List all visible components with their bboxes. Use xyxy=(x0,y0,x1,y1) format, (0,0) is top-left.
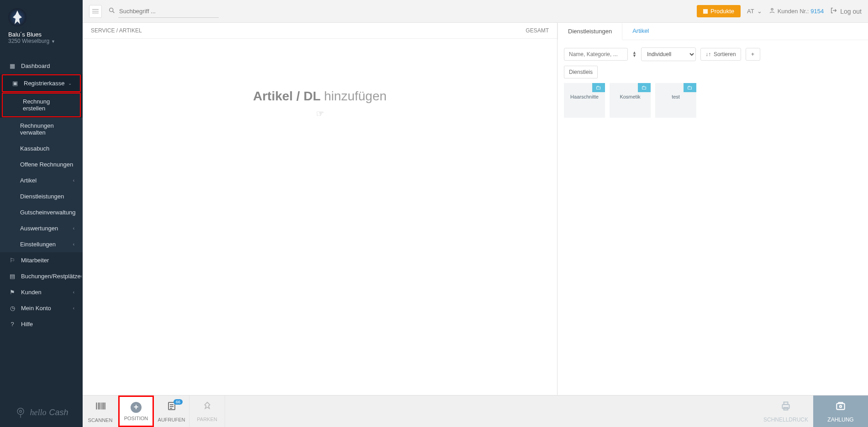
user-icon xyxy=(768,7,776,16)
nav-open-invoices[interactable]: Offene Rechnungen xyxy=(0,156,83,172)
account-icon: ◷ xyxy=(8,305,16,312)
payment-icon xyxy=(835,400,847,415)
printer-icon xyxy=(780,400,792,415)
svg-rect-16 xyxy=(784,402,788,404)
chevron-down-icon: ⌄ xyxy=(68,81,72,86)
nav-create-invoice[interactable]: Rechnung erstellen xyxy=(3,94,80,116)
catalog-add-button[interactable]: + xyxy=(746,48,760,61)
invoice-area: SERVICE / ARTIKEL GESAMT Artikel / DL hi… xyxy=(83,23,558,395)
footer-right: SCHNELLDRUCK ZAHLUNG xyxy=(758,396,868,427)
chevron-left-icon: ‹ xyxy=(73,242,74,247)
catalog-sort-button[interactable]: ↓↑ Sortieren xyxy=(700,48,741,61)
invoice-empty-state: Artikel / DL hinzufügen ☞ xyxy=(83,39,557,395)
tab-services[interactable]: Dienstleistungen xyxy=(558,23,622,40)
footer-position[interactable]: + POSITION xyxy=(118,396,154,427)
tab-items[interactable]: Artikel xyxy=(622,23,659,40)
calendar-icon: ▤ xyxy=(8,273,16,280)
col-service: SERVICE / ARTIKEL xyxy=(91,27,142,34)
caret-down-icon: ▼ xyxy=(51,39,55,44)
products-button[interactable]: Produkte xyxy=(697,5,741,17)
svg-rect-18 xyxy=(836,403,844,409)
search-icon xyxy=(108,7,116,16)
nav-help[interactable]: ?Hilfe xyxy=(0,316,83,332)
pin-icon xyxy=(14,406,27,419)
footer-scan[interactable]: SCANNEN xyxy=(83,396,118,427)
svg-point-0 xyxy=(17,408,24,415)
nav-services[interactable]: Dienstleistungen xyxy=(0,188,83,204)
catalog-sort-select[interactable]: Individuell xyxy=(641,47,696,61)
customers-icon: ⚑ xyxy=(8,289,16,296)
nav-register[interactable]: ▣Registrierkasse ⌄ xyxy=(3,75,80,91)
footer-parken[interactable]: PARKEN xyxy=(189,396,225,427)
sort-icon: ↓↑ xyxy=(705,51,711,57)
chevron-left-icon: ‹ xyxy=(81,274,82,279)
aufrufen-badge: 66 xyxy=(174,399,183,405)
nav-reports[interactable]: Auswertungen‹ xyxy=(0,220,83,236)
catalog-chip-row: Dienstleis xyxy=(558,66,868,83)
chevron-left-icon: ‹ xyxy=(73,226,74,231)
footer: SCANNEN + POSITION 66 AUFRUFEN PARKEN xyxy=(83,395,868,427)
svg-point-19 xyxy=(840,405,842,407)
main-area: SERVICE / ARTIKEL GESAMT Artikel / DL hi… xyxy=(83,23,868,395)
catalog-card-test[interactable]: 🗀 test xyxy=(655,83,696,118)
search-input[interactable] xyxy=(118,5,219,18)
catalog-card-haarschnitte[interactable]: 🗀 Haarschnitte xyxy=(564,83,605,118)
catalog-grid: 🗀 Haarschnitte 🗀 Kosmetik 🗀 test xyxy=(558,83,868,118)
nav-staff[interactable]: ⚐Mitarbeiter xyxy=(0,252,83,268)
footer-aufrufen[interactable]: 66 AUFRUFEN xyxy=(154,396,189,427)
main-nav: ▦Dashboard ▣Registrierkasse ⌄ Rechnung e… xyxy=(0,58,83,332)
help-icon: ? xyxy=(8,321,16,328)
svg-point-2 xyxy=(110,8,113,12)
nav-customers[interactable]: ⚑Kunden ‹ xyxy=(0,284,83,300)
footer-schnelldruck[interactable]: SCHNELLDRUCK xyxy=(758,396,813,427)
svg-line-3 xyxy=(113,11,114,13)
sidebar: Balu´s Blues 3250 Wieselburg▼ ▦Dashboard… xyxy=(0,0,83,427)
empty-heading: Artikel / DL hinzufügen xyxy=(253,89,387,104)
logout-button[interactable]: Log out xyxy=(830,7,862,16)
folder-icon: 🗀 xyxy=(592,83,605,92)
catalog-chip[interactable]: Dienstleis xyxy=(564,66,598,78)
footer-zahlung[interactable]: ZAHLUNG xyxy=(813,396,868,427)
customer-number: Kunden Nr.: 9154 xyxy=(768,7,824,16)
catalog-tabs: Dienstleistungen Artikel xyxy=(558,23,868,40)
catalog-card-kosmetik[interactable]: 🗀 Kosmetik xyxy=(610,83,651,118)
catalog-toolbar: ▲▼ Individuell ↓↑ Sortieren + xyxy=(558,40,868,66)
col-total: GESAMT xyxy=(526,27,549,34)
brand-location[interactable]: 3250 Wieselburg▼ xyxy=(8,38,74,44)
dashboard-icon: ▦ xyxy=(8,62,16,69)
catalog-area: Dienstleistungen Artikel ▲▼ Individuell … xyxy=(558,23,868,395)
chevron-left-icon: ‹ xyxy=(73,306,74,311)
nav-items[interactable]: Artikel‹ xyxy=(0,172,83,188)
svg-point-1 xyxy=(20,410,22,412)
avatar[interactable] xyxy=(8,8,26,26)
nav-account[interactable]: ◷Mein Konto ‹ xyxy=(0,300,83,316)
barcode-icon xyxy=(95,400,106,415)
staff-icon: ⚐ xyxy=(8,257,16,264)
pin-icon xyxy=(202,401,212,414)
chevron-down-icon: ⌄ xyxy=(757,8,762,15)
chevron-left-icon: ‹ xyxy=(73,178,74,183)
search-wrap xyxy=(108,5,219,18)
cash-register-icon: ▣ xyxy=(11,80,19,87)
nav-settings[interactable]: Einstellungen‹ xyxy=(0,236,83,252)
nav-dashboard[interactable]: ▦Dashboard xyxy=(0,58,83,74)
vendor-logo: hello Cash xyxy=(0,406,83,419)
square-icon xyxy=(703,9,708,14)
footer-left: SCANNEN + POSITION 66 AUFRUFEN PARKEN xyxy=(83,396,225,427)
nav-bookings[interactable]: ▤Buchungen/Restplätze ‹ xyxy=(0,268,83,284)
folder-icon: 🗀 xyxy=(638,83,651,92)
folder-icon: 🗀 xyxy=(684,83,696,92)
brand-block: Balu´s Blues 3250 Wieselburg▼ xyxy=(0,0,83,50)
hamburger-button[interactable] xyxy=(89,5,102,18)
region-picker[interactable]: AT ⌄ xyxy=(747,8,762,15)
svg-point-4 xyxy=(771,8,773,10)
sort-arrows-icon[interactable]: ▲▼ xyxy=(632,51,637,57)
catalog-filter-input[interactable] xyxy=(564,48,628,61)
nav-vouchers[interactable]: Gutscheinverwaltung xyxy=(0,204,83,220)
brand-name: Balu´s Blues xyxy=(8,31,74,38)
nav-manage-invoices[interactable]: Rechnungen verwalten xyxy=(0,118,83,141)
nav-cashbook[interactable]: Kassabuch xyxy=(0,141,83,156)
plus-circle-icon: + xyxy=(131,402,142,413)
topbar: Produkte AT ⌄ Kunden Nr.: 9154 Log out xyxy=(83,0,868,23)
customer-number-value: 9154 xyxy=(810,8,824,15)
